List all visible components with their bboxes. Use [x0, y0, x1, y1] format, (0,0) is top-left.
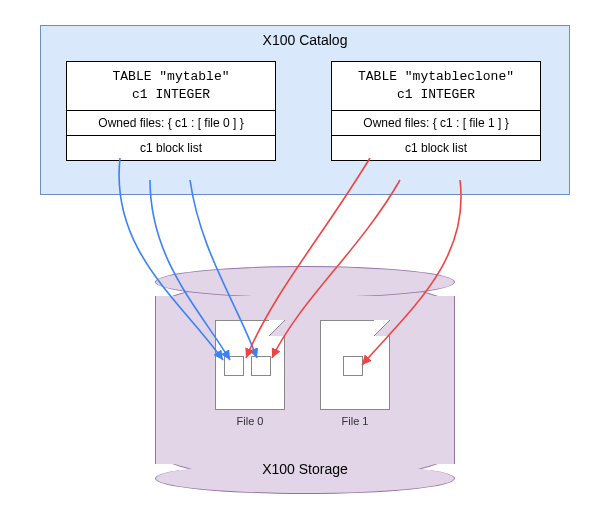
- owned-files-row: Owned files: { c1 : [ file 0 ] }: [67, 111, 275, 136]
- table-name: TABLE "mytable": [71, 68, 271, 86]
- table-header: TABLE "mytableclone" c1 INTEGER: [332, 62, 540, 111]
- file-1: File 1: [320, 320, 390, 410]
- storage-block: [251, 356, 271, 376]
- table-mytableclone: TABLE "mytableclone" c1 INTEGER Owned fi…: [331, 61, 541, 161]
- storage-body: [155, 296, 455, 464]
- table-mytable: TABLE "mytable" c1 INTEGER Owned files: …: [66, 61, 276, 161]
- table-header: TABLE "mytable" c1 INTEGER: [67, 62, 275, 111]
- file-fold-icon: [269, 320, 285, 336]
- file-0: File 0: [215, 320, 285, 410]
- file-label: File 0: [216, 415, 284, 427]
- block-list-row: c1 block list: [67, 136, 275, 160]
- table-name: TABLE "mytableclone": [336, 68, 536, 86]
- file-fold-icon: [374, 320, 390, 336]
- storage-block: [224, 356, 244, 376]
- table-column: c1 INTEGER: [71, 86, 271, 104]
- block-list-row: c1 block list: [332, 136, 540, 160]
- storage-cylinder: X100 Storage: [155, 280, 455, 480]
- storage-block: [343, 356, 363, 376]
- file-label: File 1: [321, 415, 389, 427]
- catalog-container: X100 Catalog TABLE "mytable" c1 INTEGER …: [40, 25, 570, 195]
- table-column: c1 INTEGER: [336, 86, 536, 104]
- storage-title: X100 Storage: [156, 461, 454, 477]
- owned-files-row: Owned files: { c1 : [ file 1 ] }: [332, 111, 540, 136]
- catalog-title: X100 Catalog: [41, 26, 569, 58]
